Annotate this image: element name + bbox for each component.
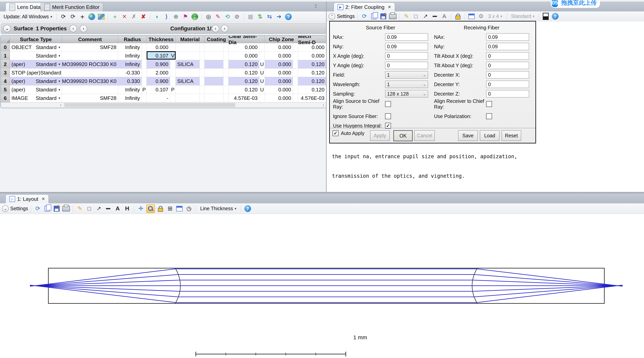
radius-cell[interactable]: -0.330 — [118, 69, 142, 77]
settings-label[interactable]: Settings — [10, 206, 28, 211]
window-copy-icon[interactable] — [176, 205, 183, 213]
recv-nax-input[interactable]: 0.09 — [486, 33, 529, 41]
h-tool-icon[interactable]: H — [123, 205, 131, 213]
clear-semi-dia-cell[interactable]: 0.000 — [228, 52, 259, 60]
print-icon[interactable] — [62, 205, 70, 213]
radius-flag[interactable] — [142, 94, 147, 102]
text-tool-icon[interactable]: A — [114, 205, 122, 213]
radius-cell[interactable]: Infinity — [118, 43, 142, 51]
clear-semi-dia-cell[interactable]: 0.120 — [228, 77, 259, 85]
surface-type-dropdown[interactable]: Standard▾ — [40, 70, 62, 76]
thickness-cell[interactable]: - — [147, 94, 170, 102]
arrow-tool-icon[interactable]: ↗ — [421, 12, 429, 20]
surface-type-dropdown[interactable]: Standard▾ — [36, 95, 60, 101]
thickness-flag[interactable]: P — [170, 86, 176, 94]
material-flag[interactable] — [200, 60, 204, 68]
radius-flag[interactable] — [142, 60, 147, 68]
half-lens-icon[interactable]: ⟩ — [162, 13, 170, 21]
radius-cell[interactable]: Infinity — [118, 52, 142, 60]
y-angle-input[interactable]: 0 — [385, 62, 428, 69]
clear-semi-dia-cell[interactable]: 0.120 — [228, 69, 259, 77]
close-icon[interactable]: ✕ — [388, 4, 391, 10]
coating-flag[interactable] — [224, 60, 228, 68]
scroll-left-icon[interactable]: ‹ — [60, 103, 62, 107]
globe-icon[interactable] — [88, 13, 96, 21]
thickness-cell[interactable]: 2.000 — [147, 69, 170, 77]
material-flag[interactable] — [200, 69, 204, 77]
nay-input[interactable]: 0.09 — [385, 43, 428, 50]
surface-type-dropdown[interactable]: Standard▾ — [36, 53, 60, 59]
material-cell[interactable] — [176, 94, 200, 102]
surface-type-cell[interactable]: OBJECT Standard▾ — [10, 43, 62, 51]
material-flag[interactable] — [200, 94, 204, 102]
row-number[interactable]: 0 — [1, 43, 10, 51]
fit-window-icon[interactable]: ⊞ — [166, 205, 174, 213]
clear-semi-dia-cell[interactable]: 0.120 — [228, 86, 259, 94]
coating-flag[interactable] — [224, 52, 228, 60]
settings-collapse-icon[interactable]: ⌃ — [328, 13, 335, 20]
clear-semi-dia-cell[interactable]: 0.120 — [228, 60, 259, 68]
col-chip-zone[interactable]: Chip Zone — [265, 36, 298, 43]
clear-flag[interactable] — [259, 52, 265, 60]
row-number[interactable]: 6 — [1, 94, 10, 102]
thickness-flag[interactable] — [170, 77, 176, 85]
tilt-x-input[interactable]: 0 — [486, 52, 529, 60]
prev-surface-icon[interactable]: ‹ — [70, 25, 77, 32]
radius-cell[interactable]: Infinity — [118, 86, 142, 94]
insert-surface-icon[interactable]: ＋ — [111, 13, 119, 21]
table-horizontal-scrollbar[interactable]: ‹ › — [1, 102, 326, 108]
recv-nay-input[interactable]: 0.09 — [486, 43, 529, 50]
col-material[interactable]: Material — [176, 36, 204, 43]
line-tool-icon[interactable] — [104, 205, 112, 213]
surface-type-dropdown[interactable]: Standard▾ — [36, 61, 60, 67]
material-flag[interactable] — [200, 43, 204, 51]
col-thickness[interactable]: Thickness — [147, 36, 176, 43]
material-cell[interactable] — [176, 69, 200, 77]
col-radius[interactable]: Radius — [118, 36, 147, 43]
material-cell[interactable] — [176, 43, 200, 51]
material-flag[interactable] — [200, 77, 204, 85]
comment-cell[interactable] — [62, 52, 118, 60]
image-icon[interactable] — [97, 13, 105, 21]
coating-cell[interactable] — [204, 69, 224, 77]
scroll-right-icon[interactable]: › — [323, 103, 324, 107]
clear-flag[interactable]: U — [259, 69, 265, 77]
mech-semi-d-cell[interactable]: 4.576E-03 — [298, 94, 326, 102]
next-config-icon[interactable]: › — [221, 25, 228, 32]
load-button[interactable]: Load — [480, 130, 500, 141]
tab-layout[interactable]: ▷ 1: Layout ✕ — [6, 194, 49, 203]
pencil-icon[interactable]: ✎ — [402, 12, 410, 20]
coating-cell[interactable] — [204, 60, 224, 68]
chip-zone-cell[interactable]: 0.000 — [265, 43, 293, 51]
mech-semi-d-cell[interactable]: 0.120 — [298, 60, 326, 68]
coating-ball-icon[interactable] — [191, 13, 199, 21]
align-receiver-checkbox[interactable] — [486, 101, 492, 107]
thickness-cell[interactable]: 0.900 — [147, 60, 170, 68]
surface-type-cell[interactable]: (aper) Standard▾ — [10, 86, 62, 94]
surface-type-cell[interactable]: (aper) Standard▾ — [10, 77, 62, 85]
swap-horizontal-icon[interactable]: ⇆ — [266, 13, 273, 21]
radius-cell[interactable]: Infinity — [118, 60, 142, 68]
thickness-cell[interactable]: 0.000 — [147, 43, 170, 51]
chip-flag[interactable] — [293, 69, 298, 77]
save-icon[interactable] — [379, 12, 387, 20]
thickness-flag[interactable]: V — [170, 52, 176, 60]
wavelength-select[interactable]: 1⌄ — [385, 81, 428, 88]
pencil-icon[interactable]: ✎ — [76, 205, 84, 213]
apply-button[interactable]: Apply — [370, 130, 390, 141]
row-number[interactable]: 2 — [1, 60, 10, 68]
update-all-icon[interactable]: ⟳ — [69, 13, 77, 21]
chip-zone-cell[interactable]: 0.000 — [265, 94, 293, 102]
radius-flag[interactable] — [142, 52, 147, 60]
col-surface-type[interactable]: Surface Type — [10, 36, 62, 43]
rectangle-tool-icon[interactable]: □ — [412, 12, 420, 20]
line-thickness-dropdown[interactable]: Line Thickness ▾ — [198, 205, 238, 212]
material-flag[interactable] — [200, 86, 204, 94]
x-angle-input[interactable]: 0 — [385, 52, 428, 60]
radius-cell[interactable]: 0.330 — [118, 77, 142, 85]
material-cell[interactable] — [176, 86, 200, 94]
chip-zone-cell[interactable]: 0.000 — [265, 77, 293, 85]
nax-input[interactable]: 0.09 — [385, 33, 428, 41]
coating-cell[interactable] — [204, 86, 224, 94]
col-mech-semi-d[interactable]: Mech Semi-D — [298, 36, 326, 43]
